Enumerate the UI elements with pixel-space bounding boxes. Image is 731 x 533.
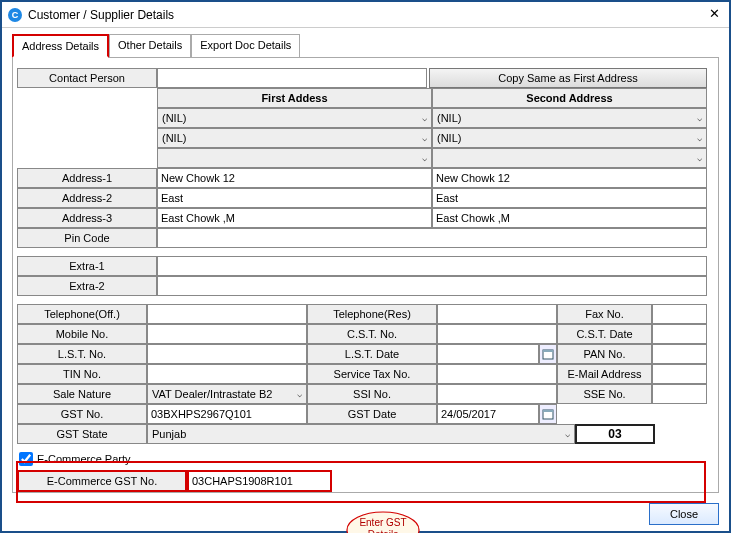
label-tel-off: Telephone(Off.) — [17, 304, 147, 324]
label-pan: PAN No. — [557, 344, 652, 364]
dropdown-first-2[interactable]: (NIL)⌵ — [157, 128, 432, 148]
chevron-down-icon: ⌵ — [297, 389, 302, 399]
input-extra1[interactable] — [157, 256, 707, 276]
content: Address Details Other Details Export Doc… — [2, 28, 729, 503]
input-tin[interactable] — [147, 364, 307, 384]
input-pincode[interactable] — [157, 228, 707, 248]
label-tin: TIN No. — [17, 364, 147, 384]
label-cst-date: C.S.T. Date — [557, 324, 652, 344]
chevron-down-icon: ⌵ — [422, 153, 427, 163]
label-email: E-Mail Address — [557, 364, 652, 384]
svg-rect-1 — [543, 350, 553, 352]
label-address1: Address-1 — [17, 168, 157, 188]
label-ssi: SSI No. — [307, 384, 437, 404]
close-button[interactable]: Close — [649, 503, 719, 525]
tab-other-details[interactable]: Other Details — [109, 34, 191, 58]
label-gst-state: GST State — [17, 424, 147, 444]
chevron-down-icon: ⌵ — [697, 153, 702, 163]
label-pincode: Pin Code — [17, 228, 157, 248]
header-first-address: First Addess — [157, 88, 432, 108]
input-contact-person[interactable] — [157, 68, 427, 88]
input-address2-first[interactable] — [157, 188, 432, 208]
input-tel-res[interactable] — [437, 304, 557, 324]
window: C Customer / Supplier Details ✕ Address … — [0, 0, 731, 533]
input-service-tax[interactable] — [437, 364, 557, 384]
input-mobile[interactable] — [147, 324, 307, 344]
close-icon[interactable]: ✕ — [705, 6, 723, 24]
input-lst-no[interactable] — [147, 344, 307, 364]
input-cst-no[interactable] — [437, 324, 557, 344]
label-extra1: Extra-1 — [17, 256, 157, 276]
window-title: Customer / Supplier Details — [28, 8, 705, 22]
tabs: Address Details Other Details Export Doc… — [12, 34, 719, 58]
input-ssi[interactable] — [437, 384, 557, 404]
label-cst-no: C.S.T. No. — [307, 324, 437, 344]
dropdown-gst-state[interactable]: Punjab⌵ — [147, 424, 575, 444]
label-sse: SSE No. — [557, 384, 652, 404]
input-email[interactable] — [652, 364, 707, 384]
label-address3: Address-3 — [17, 208, 157, 228]
footer: Close — [649, 503, 719, 525]
dropdown-second-1[interactable]: (NIL)⌵ — [432, 108, 707, 128]
label-address2: Address-2 — [17, 188, 157, 208]
input-address2-second[interactable] — [432, 188, 707, 208]
app-icon: C — [8, 8, 22, 22]
input-gst-date[interactable] — [437, 404, 539, 424]
input-sse[interactable] — [652, 384, 707, 404]
dropdown-sale-nature[interactable]: VAT Dealer/Intrastate B2⌵ — [147, 384, 307, 404]
label-service-tax: Service Tax No. — [307, 364, 437, 384]
input-ecom-gst-no[interactable] — [187, 470, 332, 492]
chevron-down-icon: ⌵ — [422, 113, 427, 123]
label-gst-no: GST No. — [17, 404, 147, 424]
label-extra2: Extra-2 — [17, 276, 157, 296]
label-sale-nature: Sale Nature — [17, 384, 147, 404]
label-ecom-party: E-Commerce Party — [37, 453, 131, 465]
label-fax: Fax No. — [557, 304, 652, 324]
tab-panel: Contact Person Copy Same as First Addres… — [12, 57, 719, 493]
chevron-down-icon: ⌵ — [565, 429, 570, 439]
input-tel-off[interactable] — [147, 304, 307, 324]
svg-rect-3 — [543, 410, 553, 412]
label-lst-no: L.S.T. No. — [17, 344, 147, 364]
chevron-down-icon: ⌵ — [697, 133, 702, 143]
tab-address-details[interactable]: Address Details — [12, 34, 109, 58]
input-lst-date[interactable] — [437, 344, 539, 364]
input-address1-second[interactable] — [432, 168, 707, 188]
titlebar: C Customer / Supplier Details ✕ — [2, 2, 729, 28]
label-lst-date: L.S.T. Date — [307, 344, 437, 364]
chevron-down-icon: ⌵ — [422, 133, 427, 143]
checkbox-ecom-party[interactable] — [19, 452, 33, 466]
label-ecom-gst-no: E-Commerce GST No. — [17, 470, 187, 492]
state-code: 03 — [575, 424, 655, 444]
dropdown-second-2[interactable]: (NIL)⌵ — [432, 128, 707, 148]
label-mobile: Mobile No. — [17, 324, 147, 344]
label-gst-date: GST Date — [307, 404, 437, 424]
dropdown-second-3[interactable]: ⌵ — [432, 148, 707, 168]
input-address1-first[interactable] — [157, 168, 432, 188]
calendar-icon[interactable] — [539, 404, 557, 424]
input-pan[interactable] — [652, 344, 707, 364]
ecom-party-row: E-Commerce Party — [17, 452, 714, 466]
input-address3-first[interactable] — [157, 208, 432, 228]
dropdown-first-1[interactable]: (NIL)⌵ — [157, 108, 432, 128]
input-extra2[interactable] — [157, 276, 707, 296]
copy-same-button[interactable]: Copy Same as First Address — [429, 68, 707, 88]
chevron-down-icon: ⌵ — [697, 113, 702, 123]
header-second-address: Second Address — [432, 88, 707, 108]
tab-export-doc-details[interactable]: Export Doc Details — [191, 34, 300, 58]
input-cst-date[interactable] — [652, 324, 707, 344]
input-address3-second[interactable] — [432, 208, 707, 228]
calendar-icon[interactable] — [539, 344, 557, 364]
dropdown-first-3[interactable]: ⌵ — [157, 148, 432, 168]
input-gst-no[interactable] — [147, 404, 307, 424]
input-fax[interactable] — [652, 304, 707, 324]
label-tel-res: Telephone(Res) — [307, 304, 437, 324]
label-contact-person: Contact Person — [17, 68, 157, 88]
callout-enter-gst: Enter GSTDetails — [333, 510, 423, 533]
